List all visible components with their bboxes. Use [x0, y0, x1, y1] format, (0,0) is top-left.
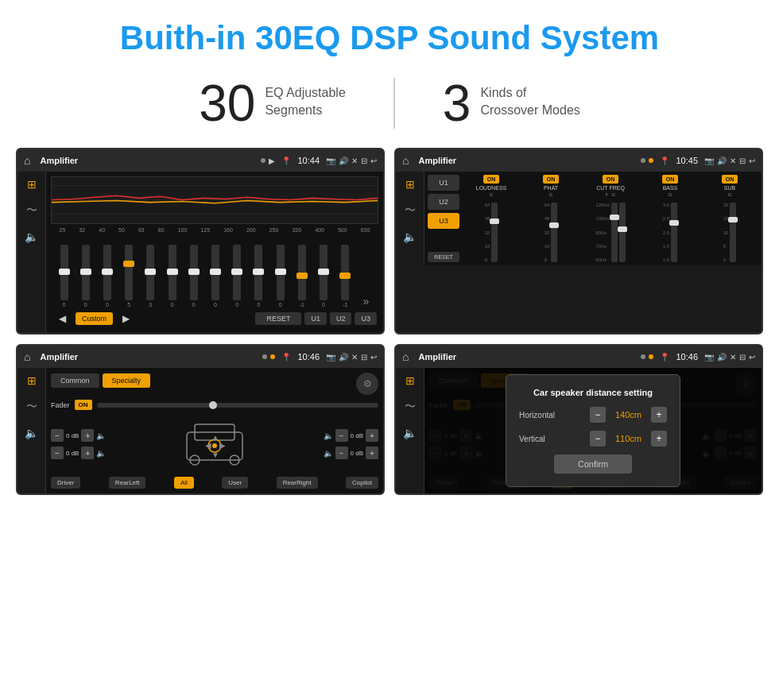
minimize-icon-3[interactable]: ⊟ [361, 353, 367, 362]
camera-icon-3[interactable]: 📷 [326, 353, 335, 362]
bass-track[interactable] [671, 203, 677, 262]
copilot-btn[interactable]: Copilot [346, 477, 378, 489]
phat-track[interactable] [551, 203, 557, 262]
back-icon-2[interactable]: ↩ [749, 157, 755, 165]
bass-on-btn[interactable]: ON [662, 175, 679, 184]
u2-btn[interactable]: U2 [428, 194, 459, 210]
rearleft-btn[interactable]: RearLeft [109, 477, 146, 489]
spk-minus-tr[interactable]: − [335, 429, 348, 442]
svg-point-9 [212, 443, 217, 448]
loudness-on-btn[interactable]: ON [483, 175, 500, 184]
vertical-label: Vertical [519, 435, 545, 443]
eq-prev-btn[interactable]: ◀ [52, 311, 72, 327]
vertical-plus-btn[interactable]: + [651, 431, 667, 447]
back-icon-3[interactable]: ↩ [370, 353, 377, 362]
speaker-content: Common Specialty ⚙ Fader ON [46, 368, 383, 493]
spk-minus-tl[interactable]: − [51, 429, 64, 442]
volume-icon-3[interactable]: 🔊 [339, 353, 348, 362]
gear-icon[interactable]: ⚙ [356, 373, 378, 395]
spk-plus-bl[interactable]: + [81, 447, 94, 459]
eq-icon-4[interactable]: ⊞ [405, 374, 415, 387]
screen1-main: 253240 506380 100125160 200250320 400500… [46, 172, 383, 333]
horizontal-minus-btn[interactable]: − [590, 407, 606, 423]
home-icon-3[interactable]: ⌂ [24, 350, 30, 363]
speaker-icon-4[interactable]: 🔈 [403, 427, 417, 439]
rearright-btn[interactable]: RearRight [277, 477, 318, 489]
screen3-main: Common Specialty ⚙ Fader ON [46, 368, 383, 493]
u1-btn[interactable]: U1 [428, 175, 459, 191]
camera-icon[interactable]: 📷 [326, 157, 335, 165]
spk-minus-bl[interactable]: − [51, 447, 64, 459]
stats-row: 30 EQ Adjustable Segments 3 Kinds of Cro… [0, 70, 779, 148]
eq-arrow[interactable]: » [362, 295, 369, 307]
fader-on-btn[interactable]: ON [75, 400, 92, 410]
wave-icon-3[interactable]: 〜 [26, 400, 37, 414]
back-icon-4[interactable]: ↩ [749, 353, 755, 362]
back-icon[interactable]: ↩ [370, 157, 377, 165]
screen1-right-icons: 📷 🔊 ✕ ⊟ ↩ [326, 157, 377, 165]
speaker-icon-2[interactable]: 🔈 [403, 230, 417, 243]
wave-icon[interactable]: 〜 [26, 203, 37, 218]
svg-text:▼: ▼ [211, 451, 219, 459]
close-icon-3[interactable]: ✕ [351, 353, 358, 362]
user-btn[interactable]: User [222, 477, 248, 489]
screen2-container: ⌂ Amplifier 📍 10:45 📷 🔊 ✕ ⊟ ↩ ⊞ 〜 🔈 [394, 148, 763, 335]
cutfreq-track2[interactable] [619, 203, 626, 262]
horizontal-plus-btn[interactable]: + [651, 407, 667, 423]
close-icon[interactable]: ✕ [351, 157, 358, 165]
spk-plus-tl[interactable]: + [81, 429, 94, 442]
eq-icon-2[interactable]: ⊞ [405, 178, 415, 191]
vertical-minus-btn[interactable]: − [590, 431, 606, 447]
volume-icon-4[interactable]: 🔊 [717, 353, 727, 362]
cutfreq-on-btn[interactable]: ON [603, 175, 619, 184]
eq-icon[interactable]: ⊞ [27, 178, 37, 191]
sub-on-btn[interactable]: ON [722, 175, 738, 184]
home-icon-2[interactable]: ⌂ [402, 154, 409, 167]
u3-btn[interactable]: U3 [428, 213, 459, 229]
sub-track[interactable] [730, 203, 736, 262]
spk-plus-br[interactable]: + [366, 447, 378, 459]
fader-track[interactable] [97, 403, 378, 408]
spk-plus-tr[interactable]: + [366, 429, 378, 442]
eq-reset-btn[interactable]: RESET [255, 312, 301, 325]
fader-thumb [209, 401, 217, 409]
eq-icon-3[interactable]: ⊞ [27, 374, 37, 387]
horizontal-row: Horizontal − 140cm + [519, 407, 667, 423]
screen3-body: ⊞ 〜 🔈 Common Specialty ⚙ [17, 368, 383, 493]
wave-icon-4[interactable]: 〜 [405, 400, 416, 414]
home-icon-4[interactable]: ⌂ [402, 350, 409, 363]
cutfreq-track1[interactable] [611, 203, 618, 262]
eq-custom-btn[interactable]: Custom [76, 312, 113, 325]
close-icon-4[interactable]: ✕ [730, 353, 736, 362]
driver-btn[interactable]: Driver [51, 477, 80, 489]
specialty-tab-3[interactable]: Specialty [103, 373, 151, 388]
volume-icon-2[interactable]: 🔊 [717, 157, 727, 165]
eq-play-btn[interactable]: ▶ [116, 311, 136, 327]
close-icon-2[interactable]: ✕ [730, 157, 736, 165]
eq-u2-btn[interactable]: U2 [330, 312, 352, 325]
speaker-icon-3[interactable]: 🔈 [25, 427, 38, 439]
minimize-icon-2[interactable]: ⊟ [739, 157, 746, 165]
vertical-row: Vertical − 110cm + [519, 431, 667, 447]
speaker-icon[interactable]: 🔈 [25, 230, 38, 243]
confirm-button[interactable]: Confirm [554, 454, 633, 474]
status-icons: ▶ [261, 157, 275, 165]
home-icon[interactable]: ⌂ [24, 154, 30, 167]
spk-minus-br[interactable]: − [335, 447, 348, 459]
screen1-status-bar: ⌂ Amplifier ▶ 📍 10:44 📷 🔊 ✕ ⊟ ↩ [17, 149, 383, 172]
loudness-track[interactable] [491, 203, 498, 262]
phat-on-btn[interactable]: ON [543, 175, 560, 184]
eq-u1-btn[interactable]: U1 [304, 312, 327, 325]
volume-icon[interactable]: 🔊 [339, 157, 348, 165]
crossover-reset-btn[interactable]: RESET [428, 252, 459, 262]
eq-u3-btn[interactable]: U3 [355, 312, 377, 325]
minimize-icon[interactable]: ⊟ [361, 157, 367, 165]
camera-icon-4[interactable]: 📷 [704, 353, 714, 362]
common-tab-3[interactable]: Common [51, 373, 99, 388]
all-btn[interactable]: All [174, 477, 194, 489]
camera-icon-2[interactable]: 📷 [704, 157, 714, 165]
stat-eq-number: 30 [199, 78, 255, 129]
wave-icon-2[interactable]: 〜 [405, 203, 416, 218]
minimize-icon-4[interactable]: ⊟ [739, 353, 746, 362]
sub-scale: 20151050 [723, 203, 729, 262]
